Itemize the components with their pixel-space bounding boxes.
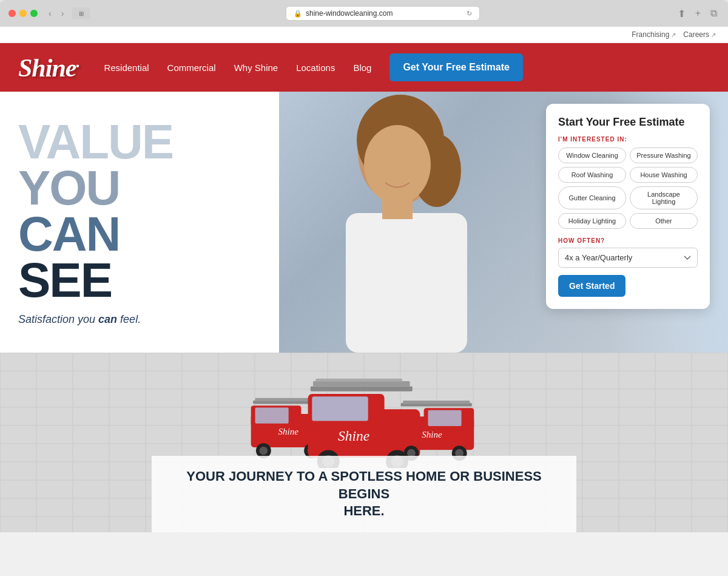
nav-commercial[interactable]: Commercial — [167, 63, 216, 73]
address-bar[interactable]: 🔒 shine-windowcleaning.com ↻ — [286, 6, 480, 21]
franchising-link[interactable]: Franchising ↗ — [632, 30, 676, 39]
hero-headline: VALUE YOU CAN SEE — [18, 119, 261, 303]
hero-text: VALUE YOU CAN SEE Satisfaction you can f… — [0, 92, 279, 353]
nav-commercial-label: Commercial — [167, 63, 216, 73]
get-estimate-button[interactable]: Get Your Free Estimate — [389, 53, 522, 81]
journey-text: YOUR JOURNEY TO A SPOTLESS HOME OR BUSIN… — [170, 468, 558, 520]
service-pressure-washing[interactable]: Pressure Washing — [630, 147, 698, 163]
headline-value: VALUE — [18, 119, 261, 165]
maximize-dot[interactable] — [30, 10, 38, 17]
journey-text-line1: YOUR JOURNEY TO A SPOTLESS HOME OR BUSIN… — [186, 469, 542, 501]
browser-nav: ‹ › — [46, 7, 66, 19]
vans-svg: Shine Shine — [237, 371, 491, 468]
svg-rect-5 — [382, 198, 413, 219]
browser-actions: ⬆ + ⧉ — [675, 7, 720, 21]
journey-text-line2: HERE. — [343, 503, 384, 518]
get-started-label: Get Started — [569, 281, 615, 291]
service-roof-washing-label: Roof Washing — [571, 171, 613, 178]
address-bar-container: 🔒 shine-windowcleaning.com ↻ — [96, 6, 669, 21]
nav-blog[interactable]: Blog — [353, 63, 371, 73]
service-house-washing[interactable]: House Washing — [630, 167, 698, 183]
service-other[interactable]: Other — [630, 213, 698, 229]
site-header: Shine. Residential Commercial Why Shine … — [0, 43, 728, 92]
get-started-button[interactable]: Get Started — [558, 275, 625, 297]
svg-point-3 — [364, 125, 431, 204]
careers-link[interactable]: Careers ↗ — [683, 30, 716, 39]
logo-text: Shine — [18, 54, 76, 82]
nav-locations[interactable]: Locations — [296, 63, 335, 73]
svg-rect-30 — [313, 381, 410, 386]
interested-label: I'M INTERESTED IN: — [558, 136, 698, 143]
estimate-card: Start Your Free Estimate I'M INTERESTED … — [546, 104, 710, 309]
nav-residential-label: Residential — [104, 63, 149, 73]
service-landscape-lighting-label: Landscape Lighting — [647, 191, 680, 205]
svg-rect-23 — [312, 396, 368, 421]
browser-titlebar: ‹ › ⊞ 🔒 shine-windowcleaning.com ↻ ⬆ + ⧉ — [0, 0, 728, 27]
services-grid: Window Cleaning Pressure Washing Roof Wa… — [558, 147, 698, 229]
browser-window: ‹ › ⊞ 🔒 shine-windowcleaning.com ↻ ⬆ + ⧉… — [0, 0, 728, 532]
service-roof-washing[interactable]: Roof Washing — [558, 167, 626, 183]
hero-section: VALUE YOU CAN SEE Satisfaction you can f… — [0, 92, 728, 353]
nav-blog-label: Blog — [353, 63, 371, 73]
service-gutter-cleaning[interactable]: Gutter Cleaning — [558, 186, 626, 209]
service-house-washing-label: House Washing — [640, 171, 687, 178]
browser-dots — [8, 10, 38, 17]
minimize-dot[interactable] — [19, 10, 27, 17]
brick-section: Shine Shine — [0, 353, 728, 532]
back-button[interactable]: ‹ — [46, 7, 54, 19]
woman-svg — [303, 92, 497, 353]
svg-text:Shine: Shine — [422, 429, 442, 439]
headline-can: CAN — [18, 211, 261, 257]
svg-text:Shine: Shine — [338, 428, 369, 444]
website-content: Franchising ↗ Careers ↗ Shine. Residenti… — [0, 27, 728, 532]
journey-banner: YOUR JOURNEY TO A SPOTLESS HOME OR BUSIN… — [152, 456, 576, 532]
tab-switcher[interactable]: ⊞ — [72, 7, 90, 19]
url-text: shine-windowcleaning.com — [306, 9, 393, 18]
service-pressure-washing-label: Pressure Washing — [636, 152, 690, 159]
service-window-cleaning[interactable]: Window Cleaning — [558, 147, 626, 163]
nav-why-shine-label: Why Shine — [234, 63, 278, 73]
svg-rect-13 — [255, 408, 289, 424]
svg-rect-34 — [428, 410, 462, 426]
subheadline-text: Satisfaction you can feel. — [18, 313, 141, 325]
service-holiday-lighting[interactable]: Holiday Lighting — [558, 213, 626, 229]
svg-rect-29 — [311, 386, 413, 391]
svg-rect-4 — [346, 213, 467, 353]
nav-residential[interactable]: Residential — [104, 63, 149, 73]
close-dot[interactable] — [8, 10, 16, 17]
hero-image: Start Your Free Estimate I'M INTERESTED … — [279, 92, 728, 353]
how-often-label: HOW OFTEN? — [558, 237, 698, 244]
careers-label: Careers — [683, 30, 709, 39]
sidebar-button[interactable]: ⧉ — [708, 7, 720, 21]
vans-container: Shine Shine — [237, 371, 491, 468]
share-button[interactable]: ⬆ — [675, 7, 688, 21]
svg-point-15 — [259, 447, 268, 455]
estimate-title: Start Your Free Estimate — [558, 116, 698, 129]
service-gutter-cleaning-label: Gutter Cleaning — [568, 194, 615, 202]
service-holiday-lighting-label: Holiday Lighting — [568, 217, 616, 225]
svg-text:Shine: Shine — [278, 426, 298, 436]
forward-button[interactable]: › — [59, 7, 67, 19]
external-link-icon: ↗ — [671, 32, 676, 38]
get-estimate-label: Get Your Free Estimate — [403, 62, 509, 72]
reload-icon[interactable]: ↻ — [467, 10, 472, 18]
external-link-icon-2: ↗ — [711, 32, 716, 38]
service-landscape-lighting[interactable]: Landscape Lighting — [630, 186, 698, 209]
new-tab-button[interactable]: + — [693, 7, 703, 21]
nav-why-shine[interactable]: Why Shine — [234, 63, 278, 73]
woman-figure — [303, 92, 497, 353]
main-nav: Residential Commercial Why Shine Locatio… — [104, 53, 710, 81]
site-logo[interactable]: Shine. — [18, 52, 79, 83]
hero-subheadline: Satisfaction you can feel. — [18, 313, 261, 326]
svg-rect-31 — [315, 379, 402, 382]
franchising-label: Franchising — [632, 30, 669, 39]
svg-rect-41 — [403, 401, 470, 404]
headline-see: SEE — [18, 257, 261, 303]
service-window-cleaning-label: Window Cleaning — [566, 152, 618, 159]
headline-you: YOU — [18, 165, 261, 211]
logo-dot: . — [76, 52, 79, 71]
frequency-select[interactable]: 4x a Year/Quarterly 1x a Year 2x a Year … — [558, 248, 698, 268]
top-bar: Franchising ↗ Careers ↗ — [0, 27, 728, 43]
service-other-label: Other — [655, 217, 672, 225]
nav-locations-label: Locations — [296, 63, 335, 73]
